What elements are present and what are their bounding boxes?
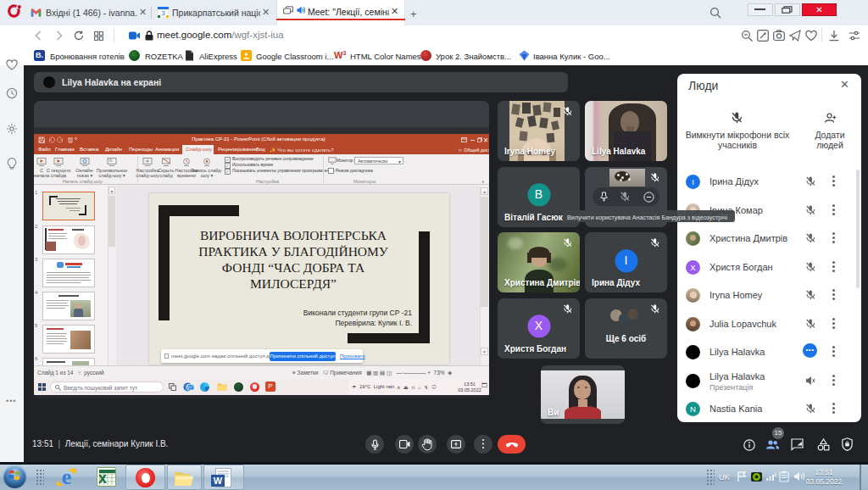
svg-text:3: 3 xyxy=(161,9,165,17)
